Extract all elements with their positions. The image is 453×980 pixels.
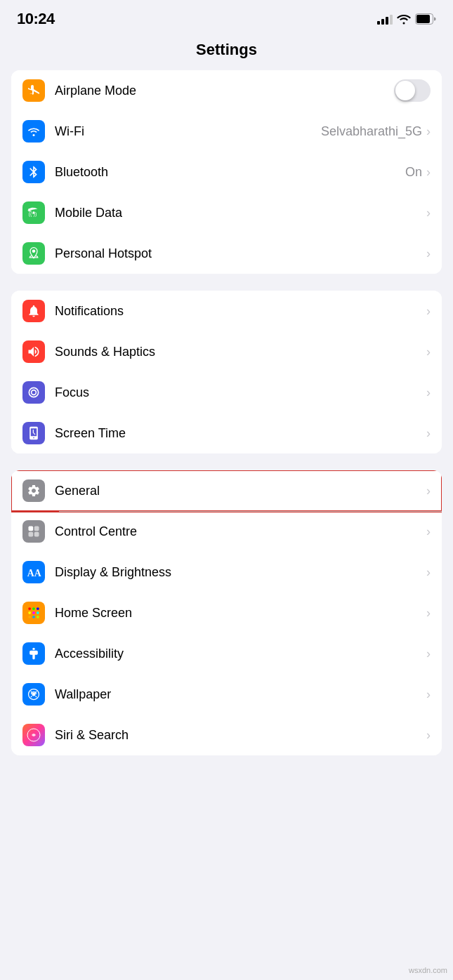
bluetooth-icon	[22, 161, 45, 183]
wifi-status-icon	[397, 13, 411, 25]
sounds-icon	[22, 340, 45, 363]
bar2	[381, 19, 384, 25]
accessibility-content: Accessibility ›	[55, 647, 431, 661]
personal-hotspot-label: Personal Hotspot	[55, 246, 152, 261]
bar4	[390, 15, 393, 25]
siri-search-chevron: ›	[426, 728, 431, 743]
mobile-data-label: Mobile Data	[55, 206, 122, 220]
focus-icon	[22, 381, 45, 404]
focus-row[interactable]: Focus ›	[11, 372, 442, 413]
general-content: General ›	[55, 484, 431, 498]
svg-rect-11	[32, 608, 34, 610]
wifi-row[interactable]: Wi-Fi Selvabharathi_5G ›	[11, 111, 442, 152]
notifications-group: Notifications › Sounds & Haptics › Focus…	[11, 291, 442, 453]
focus-label: Focus	[55, 385, 89, 400]
airplane-mode-content: Airplane Mode	[55, 79, 431, 102]
home-screen-chevron: ›	[426, 606, 431, 621]
notifications-chevron: ›	[426, 304, 431, 319]
siri-search-label: Siri & Search	[55, 728, 129, 743]
wifi-right: Selvabharathi_5G ›	[321, 124, 431, 139]
wallpaper-icon	[22, 683, 45, 706]
screen-time-label: Screen Time	[55, 426, 126, 441]
airplane-mode-knob	[395, 81, 415, 100]
svg-point-19	[32, 648, 34, 650]
general-icon	[22, 479, 45, 502]
wifi-content: Wi-Fi Selvabharathi_5G ›	[55, 124, 431, 139]
notifications-icon	[22, 300, 45, 322]
airplane-mode-icon	[22, 79, 45, 102]
general-row[interactable]: General ›	[11, 470, 442, 511]
home-screen-row[interactable]: Home Screen ›	[11, 592, 442, 633]
screen-time-icon	[22, 422, 45, 444]
wallpaper-content: Wallpaper ›	[55, 687, 431, 702]
svg-rect-10	[29, 608, 31, 610]
svg-rect-13	[29, 611, 31, 614]
notifications-row[interactable]: Notifications ›	[11, 291, 442, 331]
svg-rect-5	[29, 527, 34, 531]
status-bar: 10:24	[0, 0, 453, 34]
control-centre-row[interactable]: Control Centre ›	[11, 511, 442, 552]
status-icons	[377, 13, 436, 25]
home-screen-content: Home Screen ›	[55, 606, 431, 621]
accessibility-row[interactable]: Accessibility ›	[11, 633, 442, 674]
svg-point-4	[32, 250, 34, 252]
sounds-chevron: ›	[426, 345, 431, 359]
wifi-label: Wi-Fi	[55, 124, 84, 139]
sounds-label: Sounds & Haptics	[55, 345, 155, 359]
wifi-chevron: ›	[426, 124, 431, 139]
bluetooth-row[interactable]: Bluetooth On ›	[11, 152, 442, 192]
page-header: Settings	[0, 34, 453, 70]
svg-point-21	[32, 693, 36, 696]
personal-hotspot-icon	[22, 242, 45, 265]
svg-text:((·)): ((·))	[29, 211, 38, 217]
bluetooth-chevron: ›	[426, 165, 431, 180]
siri-icon	[22, 724, 45, 746]
svg-rect-15	[37, 611, 39, 614]
screen-time-row[interactable]: Screen Time ›	[11, 413, 442, 453]
airplane-mode-toggle[interactable]	[394, 79, 431, 102]
siri-search-row[interactable]: Siri & Search ›	[11, 715, 442, 755]
network-group: Airplane Mode Wi-Fi Selvabharathi_5G ›	[11, 70, 442, 274]
notifications-label: Notifications	[55, 304, 124, 319]
svg-rect-18	[37, 616, 39, 618]
notifications-content: Notifications ›	[55, 304, 431, 319]
wallpaper-chevron: ›	[426, 687, 431, 702]
bluetooth-value: On	[405, 165, 422, 180]
svg-rect-12	[37, 608, 39, 610]
focus-content: Focus ›	[55, 385, 431, 400]
control-centre-icon	[22, 520, 45, 543]
svg-rect-1	[416, 15, 430, 23]
personal-hotspot-chevron: ›	[426, 246, 431, 261]
accessibility-chevron: ›	[426, 647, 431, 661]
siri-search-content: Siri & Search ›	[55, 728, 431, 743]
accessibility-icon	[22, 642, 45, 665]
display-brightness-content: Display & Brightness ›	[55, 565, 431, 580]
wifi-value: Selvabharathi_5G	[321, 124, 422, 139]
airplane-mode-label: Airplane Mode	[55, 84, 136, 98]
mobile-data-icon: ((·))	[22, 201, 45, 224]
svg-text:AA: AA	[27, 568, 41, 578]
mobile-data-row[interactable]: ((·)) Mobile Data ›	[11, 192, 442, 233]
home-screen-icon	[22, 602, 45, 624]
watermark: wsxdn.com	[409, 966, 447, 974]
display-brightness-row[interactable]: AA Display & Brightness ›	[11, 552, 442, 592]
system-group: General › Control Centre › AA Display & …	[11, 470, 442, 755]
display-brightness-label: Display & Brightness	[55, 565, 171, 580]
battery-icon	[415, 13, 436, 25]
personal-hotspot-row[interactable]: Personal Hotspot ›	[11, 233, 442, 274]
mobile-data-content: Mobile Data ›	[55, 206, 431, 220]
control-centre-chevron: ›	[426, 524, 431, 539]
general-chevron: ›	[426, 484, 431, 498]
sounds-content: Sounds & Haptics ›	[55, 345, 431, 359]
bluetooth-label: Bluetooth	[55, 165, 108, 180]
control-centre-label: Control Centre	[55, 524, 137, 539]
bluetooth-content: Bluetooth On ›	[55, 165, 431, 180]
svg-rect-7	[29, 532, 34, 537]
status-time: 10:24	[17, 10, 55, 28]
sounds-row[interactable]: Sounds & Haptics ›	[11, 331, 442, 372]
airplane-mode-row[interactable]: Airplane Mode	[11, 70, 442, 111]
svg-rect-14	[32, 611, 34, 614]
general-label: General	[55, 484, 100, 498]
wallpaper-row[interactable]: Wallpaper ›	[11, 674, 442, 715]
page-title: Settings	[196, 41, 257, 58]
